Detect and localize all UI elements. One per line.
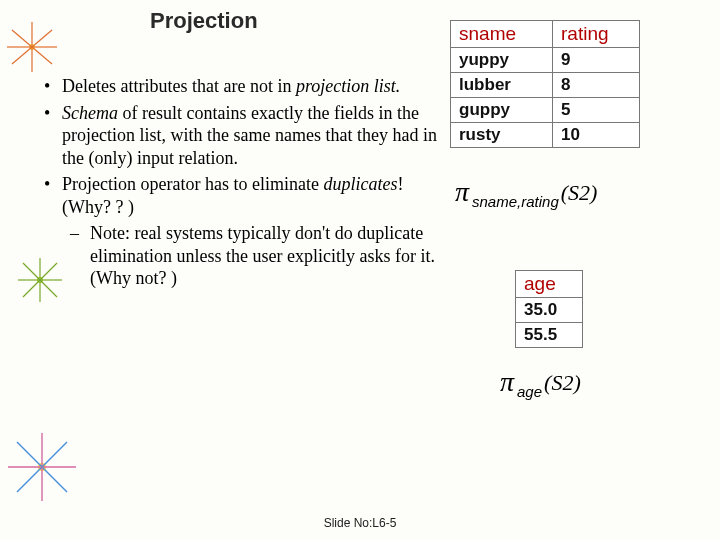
formula-subscript: age [517,383,542,400]
table-sname-rating: sname rating yuppy 9 lubber 8 guppy 5 ru… [450,20,640,148]
sub-bullet-note: Note: real systems typically don't do du… [90,222,440,290]
slide: Projection Deletes attributes that are n… [0,0,720,540]
bullet-2-em: Schema [62,103,118,123]
svg-line-26 [17,442,42,467]
svg-line-24 [17,467,42,492]
bullet-2-text: of result contains exactly the fields in… [62,103,437,168]
bullet-3-pre: Projection operator has to eliminate [62,174,323,194]
formula-arg: (S2) [561,180,598,206]
body-text: Deletes attributes that are not in proje… [40,75,440,294]
bullet-3: Projection operator has to eliminate dup… [62,173,440,290]
table-row: age [516,271,583,298]
svg-point-18 [38,463,46,471]
table-row: yuppy 9 [451,48,640,73]
table-row: rusty 10 [451,123,640,148]
pi-symbol: π [500,368,514,396]
table-row: sname rating [451,21,640,48]
slide-title: Projection [150,8,258,34]
formula-arg: (S2) [544,370,581,396]
slide-footer: Slide No:L6-5 [0,516,720,530]
pi-symbol: π [455,178,469,206]
table-header: rating [553,21,640,48]
bullet-1-em: projection list. [296,76,400,96]
table-cell: 35.0 [516,298,583,323]
table-cell: 10 [553,123,640,148]
formula-pi-sname-rating: π sname,rating (S2) [455,178,597,206]
firework-decoration [5,20,60,75]
svg-line-8 [12,30,32,47]
table-cell: 55.5 [516,323,583,348]
table-age: age 35.0 55.5 [515,270,583,348]
svg-line-22 [42,467,67,492]
svg-line-2 [32,30,52,47]
firework-decoration [5,430,80,505]
svg-line-20 [42,442,67,467]
table-row: 35.0 [516,298,583,323]
table-row: lubber 8 [451,73,640,98]
bullet-3-em: duplicates [323,174,397,194]
table-cell: yuppy [451,48,553,73]
formula-pi-age: π age (S2) [500,368,581,396]
bullet-1-text: Deletes attributes that are not in [62,76,296,96]
table-header: age [516,271,583,298]
table-header: sname [451,21,553,48]
table-cell: 8 [553,73,640,98]
table-cell: 9 [553,48,640,73]
table-row: 55.5 [516,323,583,348]
svg-line-15 [23,280,40,297]
bullet-2: Schema of result contains exactly the fi… [62,102,440,170]
svg-point-0 [29,44,35,50]
table-row: guppy 5 [451,98,640,123]
table-cell: lubber [451,73,553,98]
svg-line-17 [23,263,40,280]
svg-line-6 [12,47,32,64]
bullet-1: Deletes attributes that are not in proje… [62,75,440,98]
formula-subscript: sname,rating [472,193,559,210]
table-cell: guppy [451,98,553,123]
svg-line-4 [32,47,52,64]
table-cell: 5 [553,98,640,123]
table-cell: rusty [451,123,553,148]
